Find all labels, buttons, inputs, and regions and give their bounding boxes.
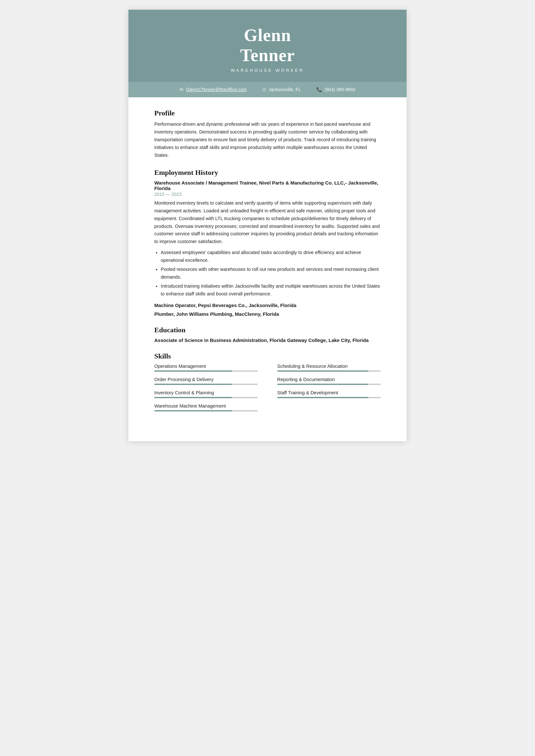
skill-item: Staff Training & Development	[277, 390, 381, 398]
skill-bar-bg	[154, 410, 258, 412]
skill-label: Staff Training & Development	[277, 390, 381, 395]
location-contact: ⊙ Jacksonville, FL	[262, 87, 301, 92]
skill-bar-fill	[277, 384, 368, 385]
profile-section: Profile Performance-driven and dynamic p…	[154, 109, 381, 159]
email-contact: ✉ GlennCTenner@theoffice.com	[180, 87, 247, 92]
skill-bar-fill	[277, 397, 368, 398]
job-entry-1: Warehouse Associate / Management Trainee…	[154, 180, 381, 298]
main-content: Profile Performance-driven and dynamic p…	[128, 97, 407, 441]
location-text: Jacksonville, FL	[269, 87, 301, 92]
phone-text: (904) 369-9692	[324, 87, 355, 92]
skill-label: Inventory Control & Planning	[154, 390, 258, 395]
employment-section: Employment History Warehouse Associate /…	[154, 168, 381, 317]
job-bullets-1: Assessed employees' capabilities and all…	[161, 249, 381, 298]
skills-title: Skills	[154, 352, 381, 361]
skill-bar-bg	[154, 370, 258, 372]
skill-item: Warehouse Machine Management	[154, 403, 258, 412]
profile-title: Profile	[154, 109, 381, 117]
skill-label: Warehouse Machine Management	[154, 403, 258, 409]
education-degree: Associate of Science in Business Adminis…	[154, 338, 381, 343]
skills-column-left: Operations Management Order Processing &…	[154, 364, 258, 417]
skill-bar-fill	[277, 370, 368, 372]
bullet-item: Assessed employees' capabilities and all…	[161, 249, 381, 264]
phone-contact: 📞 (904) 369-9692	[316, 87, 355, 92]
resume-header: Glenn Tenner WAREHOUSE WORKER	[128, 10, 407, 82]
skill-label: Scheduling & Resource Allocation	[277, 364, 381, 369]
skill-bar-fill	[154, 397, 232, 398]
job-desc-1: Monitored inventory levels to calculate …	[154, 200, 381, 246]
candidate-title: WAREHOUSE WORKER	[141, 68, 394, 82]
contact-bar: ✉ GlennCTenner@theoffice.com ⊙ Jacksonvi…	[128, 82, 407, 97]
skill-bar-bg	[154, 397, 258, 398]
education-section: Education Associate of Science in Busine…	[154, 326, 381, 343]
skill-item: Scheduling & Resource Allocation	[277, 364, 381, 372]
skill-bar-fill	[154, 370, 232, 372]
skill-bar-bg	[277, 397, 381, 398]
skill-item: Reporting & Documentation	[277, 377, 381, 385]
job-title-2: Machine Operator, Pepsi Beverages Co., J…	[154, 303, 381, 308]
skill-item: Order Processing & Delivery	[154, 377, 258, 385]
employment-title: Employment History	[154, 168, 381, 177]
skill-label: Operations Management	[154, 364, 258, 369]
resume-document: Glenn Tenner WAREHOUSE WORKER ✉ GlennCTe…	[128, 10, 407, 441]
skills-grid: Operations Management Order Processing &…	[154, 364, 381, 417]
profile-text: Performance-driven and dynamic professio…	[154, 121, 381, 159]
education-title: Education	[154, 326, 381, 334]
skill-bar-bg	[154, 384, 258, 385]
skill-label: Reporting & Documentation	[277, 377, 381, 382]
email-link[interactable]: GlennCTenner@theoffice.com	[186, 87, 247, 92]
phone-icon: 📞	[316, 87, 322, 92]
job-dates-1: 2015 — 2023	[154, 192, 381, 197]
job-title-3: Plumber, John Williams Plumbing, MacClen…	[154, 311, 381, 317]
skill-bar-bg	[277, 370, 381, 372]
skill-label: Order Processing & Delivery	[154, 377, 258, 382]
skill-bar-fill	[154, 410, 232, 412]
job-title-1: Warehouse Associate / Management Trainee…	[154, 180, 381, 191]
location-icon: ⊙	[262, 87, 266, 92]
skills-section: Skills Operations Management Order Proce…	[154, 352, 381, 417]
skill-bar-bg	[277, 384, 381, 385]
bullet-item: Pooled resources with other warehouses t…	[161, 266, 381, 281]
skill-item: Operations Management	[154, 364, 258, 372]
candidate-name: Glenn Tenner	[141, 25, 394, 65]
email-icon: ✉	[180, 87, 183, 92]
skill-bar-fill	[154, 384, 232, 385]
skills-column-right: Scheduling & Resource Allocation Reporti…	[277, 364, 381, 417]
skill-item: Inventory Control & Planning	[154, 390, 258, 398]
bullet-item: Introduced training initiatives within J…	[161, 283, 381, 298]
